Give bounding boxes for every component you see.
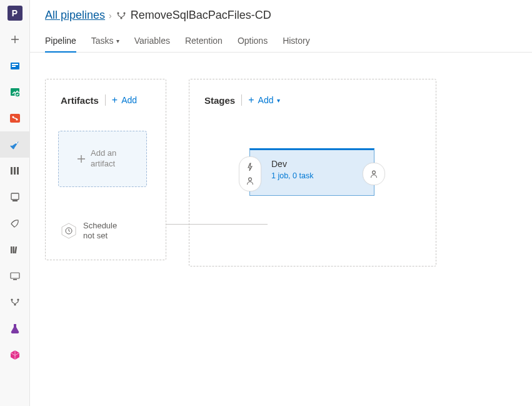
page-title: RemoveSqlBacPacFiles-CD	[131, 9, 271, 22]
chevron-down-icon: ▾	[277, 97, 280, 104]
svg-point-8	[16, 142, 17, 143]
tabs-bar: Pipeline Tasks ▾ Variables Retention Opt…	[30, 24, 532, 53]
stage-jobs-link[interactable]: 1 job, 0 task	[271, 171, 364, 180]
artifacts-panel-header: Artifacts + Add	[61, 94, 151, 106]
svg-rect-11	[17, 167, 19, 175]
artifacts-panel: Artifacts + Add Add an artifact	[45, 79, 166, 260]
tab-label: Variables	[134, 36, 170, 46]
svg-rect-1	[12, 64, 18, 65]
add-artifact-link[interactable]: + Add	[112, 95, 137, 105]
stage-name: Dev	[271, 159, 364, 169]
svg-rect-2	[12, 66, 16, 67]
stages-panel-header: Stages + Add ▾	[204, 94, 421, 106]
tab-label: Options	[238, 36, 268, 46]
person-icon	[246, 176, 254, 185]
add-artifact-text: Add an artifact	[91, 148, 128, 170]
stages-panel: Stages + Add ▾ Dev 1	[189, 79, 436, 266]
monitor-icon	[9, 270, 21, 282]
nav-test-plans[interactable]	[0, 315, 30, 342]
chevron-right-icon: ›	[109, 11, 112, 21]
svg-rect-15	[13, 246, 14, 253]
separator	[105, 94, 106, 106]
separator	[241, 94, 242, 106]
app-root: P	[0, 0, 532, 406]
nav-repos[interactable]	[0, 79, 30, 105]
plus-icon	[77, 155, 86, 163]
svg-rect-17	[11, 273, 19, 278]
pipeline-red-icon	[9, 112, 21, 124]
svg-rect-16	[14, 246, 17, 253]
svg-rect-10	[14, 167, 16, 175]
svg-rect-12	[11, 193, 19, 200]
library-icon	[9, 165, 21, 176]
books-icon	[9, 244, 21, 255]
nav-boards[interactable]	[0, 53, 30, 79]
stage-card-dev[interactable]: Dev 1 job, 0 task	[249, 148, 374, 196]
svg-rect-18	[13, 279, 17, 280]
svg-point-28	[373, 171, 376, 174]
add-label: Add	[121, 95, 137, 105]
plus-icon: +	[112, 95, 118, 105]
nav-new[interactable]	[0, 26, 30, 53]
branch-icon	[9, 297, 21, 308]
nav-library[interactable]	[0, 158, 30, 184]
repos-icon	[9, 86, 21, 98]
rocket-blue-icon	[8, 138, 22, 151]
schedule-button[interactable]: Schedule not set	[61, 221, 151, 240]
stages-title: Stages	[204, 95, 235, 106]
boards-icon	[9, 59, 21, 72]
tab-label: History	[283, 36, 310, 46]
nav-deploy-groups[interactable]	[0, 210, 30, 236]
nav-rail: P	[0, 0, 30, 406]
tab-tasks[interactable]: Tasks ▾	[91, 29, 119, 52]
clock-hex-icon	[61, 223, 77, 239]
schedule-text: Schedule not set	[83, 221, 127, 240]
svg-rect-13	[13, 200, 18, 201]
nav-env[interactable]	[0, 263, 30, 289]
nav-task-groups[interactable]	[0, 184, 30, 210]
tab-variables[interactable]: Variables	[134, 29, 170, 52]
svg-rect-14	[11, 246, 13, 253]
stage-wrap: Dev 1 job, 0 task	[249, 148, 374, 196]
svg-rect-9	[11, 167, 13, 175]
chevron-down-icon: ▾	[116, 38, 119, 44]
pre-deploy-conditions-button[interactable]	[239, 156, 261, 191]
nav-pipelines-item[interactable]	[0, 105, 30, 131]
all-pipelines-link[interactable]: All pipelines	[45, 9, 105, 22]
plus-icon	[10, 34, 20, 44]
server-icon	[9, 191, 21, 203]
trigger-icon	[246, 163, 254, 171]
nav-artifacts[interactable]	[0, 236, 30, 263]
tab-retention[interactable]: Retention	[185, 29, 223, 52]
tab-history[interactable]: History	[283, 29, 310, 52]
project-badge: P	[8, 6, 23, 21]
pipeline-canvas: Artifacts + Add Add an artifact	[30, 53, 532, 293]
svg-point-27	[249, 178, 252, 181]
tab-pipeline[interactable]: Pipeline	[45, 29, 76, 52]
add-stage-link[interactable]: + Add ▾	[248, 95, 280, 105]
plus-icon: +	[248, 95, 254, 105]
tab-options[interactable]: Options	[238, 29, 268, 52]
artifacts-title: Artifacts	[61, 95, 99, 106]
tab-label: Pipeline	[45, 36, 76, 46]
project-badge-item[interactable]: P	[0, 0, 30, 26]
add-artifact-box[interactable]: Add an artifact	[58, 131, 147, 187]
nav-branching[interactable]	[0, 289, 30, 315]
flask-icon	[9, 322, 21, 335]
main-area: All pipelines › RemoveSqlBacPacFiles-CD …	[30, 0, 532, 406]
nav-packages[interactable]	[0, 342, 30, 368]
post-deploy-conditions-button[interactable]	[363, 163, 385, 185]
breadcrumb: All pipelines › RemoveSqlBacPacFiles-CD	[30, 0, 532, 24]
nav-releases[interactable]	[0, 131, 30, 158]
package-icon	[9, 348, 21, 361]
tab-label: Tasks	[91, 36, 114, 46]
add-label: Add	[258, 95, 274, 105]
tab-label: Retention	[185, 36, 223, 46]
person-icon	[369, 170, 378, 178]
release-pipeline-icon	[116, 9, 127, 22]
rocket-outline-icon	[9, 218, 21, 229]
